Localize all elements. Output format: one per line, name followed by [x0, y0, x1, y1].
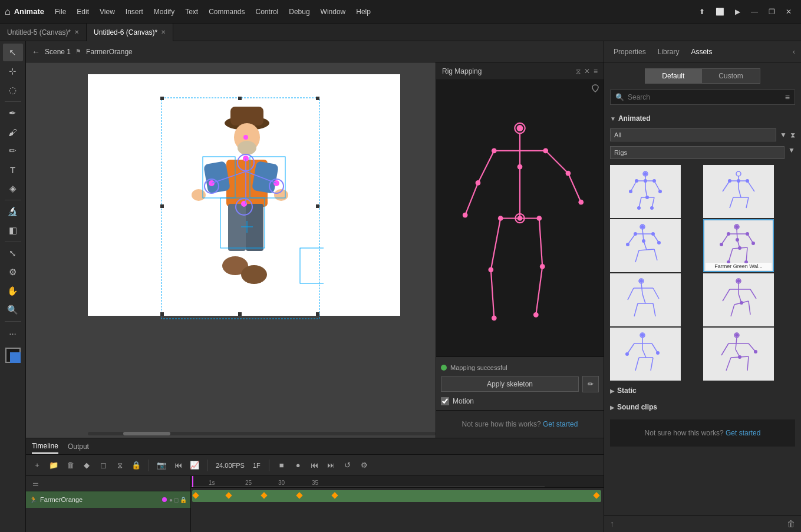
rig-thumb-4[interactable]: Farmer Green Wal...: [703, 219, 774, 272]
tab-assets[interactable]: Assets: [687, 45, 716, 58]
onion-skin-btn[interactable]: ⧖: [113, 459, 126, 472]
keyframe-type-btn[interactable]: ◻: [97, 459, 110, 472]
filter-rigs-select[interactable]: Rigs: [610, 146, 784, 159]
step-back-btn[interactable]: ⏮: [172, 459, 184, 472]
delete-btn[interactable]: 🗑: [787, 519, 795, 528]
rig-panel-close[interactable]: ✕: [584, 67, 590, 75]
tool-lasso[interactable]: ◌: [3, 81, 23, 99]
move-up-btn[interactable]: ↑: [610, 519, 614, 528]
nav-back-btn[interactable]: ←: [32, 47, 40, 57]
tab-close-6[interactable]: ✕: [161, 29, 166, 35]
get-started-link-2[interactable]: Get started: [726, 429, 760, 437]
rig-thumb-3[interactable]: [610, 219, 681, 272]
add-keyframe-btn[interactable]: ◆: [80, 459, 93, 472]
motion-checkbox[interactable]: [441, 397, 449, 405]
prev-frame-btn[interactable]: ⏮: [308, 459, 321, 472]
menu-modify[interactable]: Modify: [149, 5, 179, 18]
search-input[interactable]: [628, 93, 782, 101]
delete-layer-btn[interactable]: 🗑: [64, 459, 77, 472]
tool-pen[interactable]: ✒: [3, 104, 23, 122]
share-icon[interactable]: ⬆: [694, 5, 710, 18]
layer-stack-btn[interactable]: ⚌: [29, 478, 41, 490]
settings-btn[interactable]: ⚙: [358, 459, 371, 472]
minimize-btn[interactable]: —: [746, 5, 763, 18]
edit-skeleton-btn[interactable]: ✏: [582, 376, 599, 392]
playhead[interactable]: [192, 476, 193, 487]
layer-outline-btn[interactable]: ◻: [174, 497, 179, 503]
menu-view[interactable]: View: [95, 5, 120, 18]
filter-rigs-icon[interactable]: ▼: [788, 146, 795, 159]
menu-insert[interactable]: Insert: [121, 5, 148, 18]
tool-gradient[interactable]: ◧: [3, 222, 23, 239]
rig-thumb-5[interactable]: [610, 273, 681, 326]
rig-panel-collapse[interactable]: ⧖: [576, 67, 581, 75]
tab-close-5[interactable]: ✕: [74, 29, 79, 35]
tab-library[interactable]: Library: [654, 45, 683, 58]
rig-thumb-8[interactable]: [703, 328, 774, 381]
play-loop-btn[interactable]: ↺: [341, 459, 354, 472]
layer-lock-btn[interactable]: 🔒: [130, 459, 143, 472]
tab-timeline[interactable]: Timeline: [32, 440, 58, 454]
menu-help[interactable]: Help: [351, 5, 375, 18]
panel-collapse-btn[interactable]: ‹: [793, 48, 795, 56]
tab-canvas-6[interactable]: Untitled-6 (Canvas)* ✕: [87, 24, 173, 41]
menu-edit[interactable]: Edit: [72, 5, 94, 18]
tool-text[interactable]: T: [3, 161, 23, 179]
tab-properties[interactable]: Properties: [610, 45, 650, 58]
rig-reset-btn[interactable]: [591, 84, 600, 95]
fill-color[interactable]: [10, 352, 21, 363]
layer-lock-btn[interactable]: 🔒: [180, 497, 187, 503]
rig-panel-menu[interactable]: ≡: [594, 67, 598, 75]
next-frame-btn[interactable]: ⏭: [325, 459, 338, 472]
menu-commands[interactable]: Commands: [204, 5, 249, 18]
canvas-hscrollbar[interactable]: [88, 432, 436, 435]
tab-output[interactable]: Output: [68, 440, 89, 453]
close-btn[interactable]: ✕: [781, 5, 796, 18]
rig-thumb-1[interactable]: [610, 165, 681, 218]
filter-icon[interactable]: ▼: [780, 131, 787, 139]
canvas-hscroll-thumb[interactable]: [123, 432, 170, 435]
stop-btn[interactable]: ■: [275, 459, 288, 472]
tool-bone[interactable]: ⚙: [3, 263, 23, 281]
apply-skeleton-button[interactable]: Apply skeleton: [441, 376, 579, 392]
tool-hand[interactable]: ✋: [3, 282, 23, 300]
default-view-btn[interactable]: Default: [645, 68, 701, 84]
get-started-link[interactable]: Get started: [543, 420, 578, 428]
tool-paint[interactable]: ◈: [3, 180, 23, 197]
track-green-bar[interactable]: [192, 490, 601, 502]
camera-btn[interactable]: 📷: [155, 459, 168, 472]
menu-file[interactable]: File: [50, 5, 71, 18]
window-icon[interactable]: ⬜: [711, 5, 729, 18]
sound-section-header[interactable]: ▶ Sound clips: [610, 401, 795, 414]
animated-section-header[interactable]: ▼ Animated: [610, 112, 795, 125]
tab-canvas-5[interactable]: Untitled-5 (Canvas)* ✕: [0, 24, 87, 41]
app-home-icon[interactable]: ⌂: [5, 6, 11, 17]
static-section-header[interactable]: ▶ Static: [610, 384, 795, 397]
rig-thumb-7[interactable]: [610, 328, 681, 381]
play-icon[interactable]: ▶: [730, 5, 745, 18]
menu-debug[interactable]: Debug: [284, 5, 314, 18]
tool-more[interactable]: ···: [3, 324, 23, 342]
layer-vis-btn[interactable]: ●: [169, 497, 173, 503]
custom-view-btn[interactable]: Custom: [701, 68, 760, 84]
restore-btn[interactable]: ❐: [764, 5, 780, 18]
menu-control[interactable]: Control: [251, 5, 284, 18]
trend-btn[interactable]: 📈: [188, 459, 201, 472]
tool-brush[interactable]: 🖌: [3, 123, 23, 141]
filter-funnel-icon[interactable]: ⧗: [790, 131, 795, 139]
tool-arrow[interactable]: ↖: [3, 44, 23, 61]
tool-subsel[interactable]: ⊹: [3, 62, 23, 80]
menu-text[interactable]: Text: [180, 5, 203, 18]
add-folder-btn[interactable]: 📁: [47, 459, 60, 472]
canvas-wrap[interactable]: [26, 62, 436, 438]
tool-zoom[interactable]: 🔍: [3, 301, 23, 319]
menu-window[interactable]: Window: [316, 5, 351, 18]
add-layer-btn[interactable]: +: [31, 459, 44, 472]
tool-pencil[interactable]: ✏: [3, 142, 23, 160]
list-view-btn[interactable]: ≡: [785, 92, 790, 102]
rig-thumb-2[interactable]: [703, 165, 774, 218]
record-btn[interactable]: ●: [292, 459, 305, 472]
tool-eyedrop[interactable]: 🔬: [3, 203, 23, 220]
rig-thumb-6[interactable]: [703, 273, 774, 326]
stroke-color[interactable]: [5, 348, 21, 363]
